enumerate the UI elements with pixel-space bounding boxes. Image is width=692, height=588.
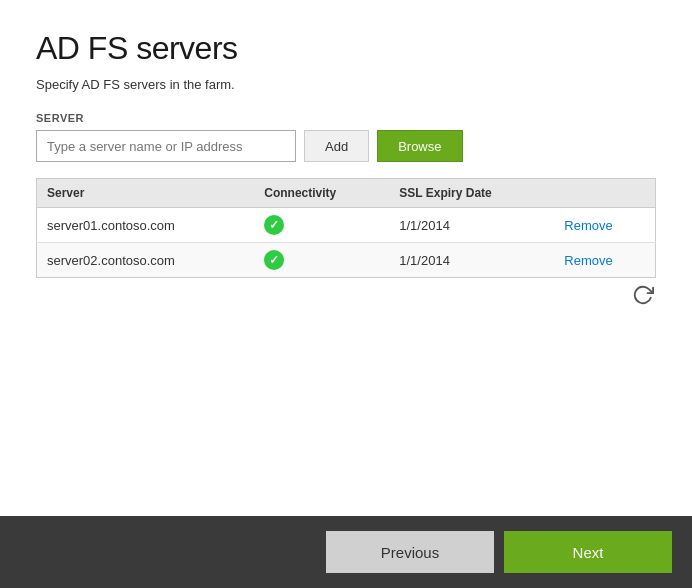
browse-button[interactable]: Browse	[377, 130, 462, 162]
table-row: server01.contoso.com✓1/1/2014Remove	[37, 208, 656, 243]
server-input-row: Add Browse	[36, 130, 656, 162]
server-label: SERVER	[36, 112, 656, 124]
footer: Previous Next	[0, 516, 692, 588]
server-name-cell: server01.contoso.com	[37, 208, 255, 243]
connectivity-cell: ✓	[254, 243, 389, 278]
remove-link[interactable]: Remove	[564, 218, 612, 233]
action-cell: Remove	[554, 208, 655, 243]
col-ssl-expiry: SSL Expiry Date	[389, 179, 554, 208]
action-cell: Remove	[554, 243, 655, 278]
next-button[interactable]: Next	[504, 531, 672, 573]
remove-link[interactable]: Remove	[564, 253, 612, 268]
main-content: AD FS servers Specify AD FS servers in t…	[0, 0, 692, 516]
add-button[interactable]: Add	[304, 130, 369, 162]
refresh-area	[36, 284, 656, 306]
col-server: Server	[37, 179, 255, 208]
server-table: Server Connectivity SSL Expiry Date serv…	[36, 178, 656, 278]
col-connectivity: Connectivity	[254, 179, 389, 208]
ssl-expiry-cell: 1/1/2014	[389, 243, 554, 278]
server-name-cell: server02.contoso.com	[37, 243, 255, 278]
server-input[interactable]	[36, 130, 296, 162]
check-icon: ✓	[264, 250, 284, 270]
table-header-row: Server Connectivity SSL Expiry Date	[37, 179, 656, 208]
refresh-icon[interactable]	[632, 284, 654, 306]
table-row: server02.contoso.com✓1/1/2014Remove	[37, 243, 656, 278]
page-subtitle: Specify AD FS servers in the farm.	[36, 77, 656, 92]
page-title: AD FS servers	[36, 30, 656, 67]
previous-button[interactable]: Previous	[326, 531, 494, 573]
col-action	[554, 179, 655, 208]
connectivity-cell: ✓	[254, 208, 389, 243]
ssl-expiry-cell: 1/1/2014	[389, 208, 554, 243]
check-icon: ✓	[264, 215, 284, 235]
